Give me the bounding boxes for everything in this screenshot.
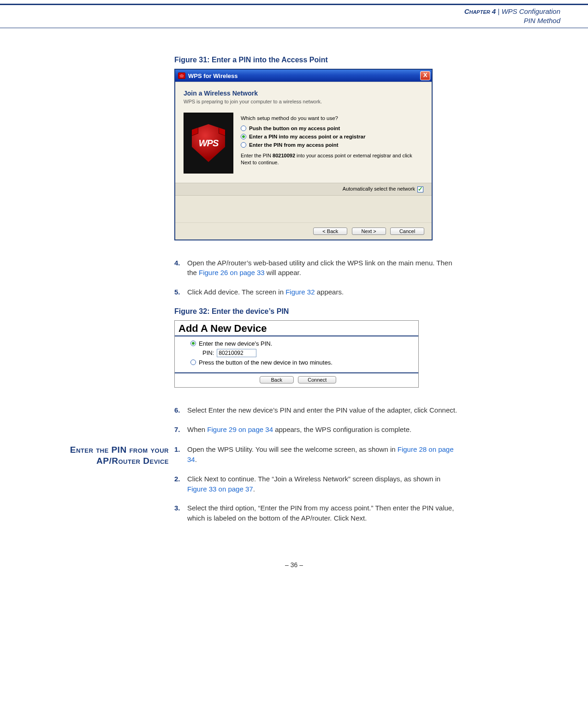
join-subtext: WPS is preparing to join your computer t… xyxy=(184,99,423,104)
xref-link[interactable]: Figure 33 on page 37 xyxy=(187,485,253,493)
close-button[interactable]: X xyxy=(420,71,430,80)
step-number: 1. xyxy=(174,444,187,465)
pin-input-row: PIN: xyxy=(202,349,414,357)
pin-input[interactable] xyxy=(217,349,256,357)
join-heading: Join a Wireless Network xyxy=(184,90,423,97)
step-number: 7. xyxy=(174,425,187,435)
radio-icon xyxy=(241,134,246,139)
auto-select-checkbox[interactable] xyxy=(417,186,423,192)
wps-logo: WPS xyxy=(184,113,233,174)
option-press-button[interactable]: Press the button of the new device in tw… xyxy=(190,359,414,366)
radio-icon xyxy=(190,341,196,346)
step-item: 7. When Figure 29 on page 34 appears, th… xyxy=(174,425,460,435)
chapter-label: Chapter 4 xyxy=(464,7,496,15)
figure-31-caption: Figure 31: Enter a PIN into the Access P… xyxy=(174,56,460,64)
next-button[interactable]: Next > xyxy=(352,228,386,235)
pin-hint: Enter the PIN 80210092 into your access … xyxy=(241,152,423,166)
step-number: 6. xyxy=(174,405,187,415)
figure-32-caption: Figure 32: Enter the device’s PIN xyxy=(174,307,460,316)
xref-link[interactable]: Figure 26 on page 33 xyxy=(199,269,265,276)
step-item: 1. Open the WPS Utility. You will see th… xyxy=(174,444,460,465)
pin-label: PIN: xyxy=(202,349,214,356)
wps-dialog: WPS for Wireless X Join a Wireless Netwo… xyxy=(174,69,433,240)
option-enter-device-pin[interactable]: Enter the new device's PIN. xyxy=(190,340,414,347)
pin-value: 80210092 xyxy=(273,153,295,158)
page-header: Chapter 4 | WPS Configuration PIN Method xyxy=(0,5,588,28)
wps-shield-icon: WPS xyxy=(192,124,225,162)
option-push-button[interactable]: Push the button on my access point xyxy=(241,126,423,131)
option-label: Press the button of the new device in tw… xyxy=(199,359,333,366)
xref-link[interactable]: Figure 29 on page 34 xyxy=(207,425,273,433)
dialog-title: WPS for Wireless xyxy=(188,72,238,79)
add-device-panel: Add A New Device Enter the new device's … xyxy=(174,320,419,388)
steps-list-a: 4. Open the AP/router’s web-based utilit… xyxy=(174,258,460,297)
step-item: 5. Click Add device. The screen in Figur… xyxy=(174,287,460,297)
chapter-tail: WPS Configuration xyxy=(501,7,560,15)
xref-link[interactable]: Figure 32 xyxy=(285,288,315,296)
cancel-button[interactable]: Cancel xyxy=(390,228,424,235)
panel-title: Add A New Device xyxy=(175,321,418,336)
option-enter-pin-from-ap[interactable]: Enter the PIN from my access point xyxy=(241,142,423,148)
option-label: Push the button on my access point xyxy=(249,126,340,131)
chapter-subtitle: PIN Method xyxy=(464,16,560,25)
option-label: Enter the new device's PIN. xyxy=(199,340,272,347)
setup-prompt: Which setup method do you want to use? xyxy=(241,115,423,121)
connect-button[interactable]: Connect xyxy=(298,376,336,383)
back-button[interactable]: < Back xyxy=(313,228,347,235)
dialog-titlebar[interactable]: WPS for Wireless X xyxy=(175,70,432,82)
steps-list-c: 1. Open the WPS Utility. You will see th… xyxy=(174,444,460,523)
radio-icon xyxy=(241,126,246,131)
option-enter-pin-ap[interactable]: Enter a PIN into my access point or a re… xyxy=(241,134,423,139)
header-rule xyxy=(0,28,588,28)
section-heading: Enter the PIN from your AP/Router Device xyxy=(28,444,169,467)
chapter-sep: | xyxy=(496,7,501,15)
radio-icon xyxy=(241,142,246,148)
page-number: – 36 – xyxy=(0,561,588,569)
step-number: 3. xyxy=(174,503,187,523)
step-item: 4. Open the AP/router’s web-based utilit… xyxy=(174,258,460,278)
step-number: 4. xyxy=(174,258,187,278)
steps-list-b: 6. Select Enter the new device’s PIN and… xyxy=(174,405,460,435)
step-number: 5. xyxy=(174,287,187,297)
option-label: Enter the PIN from my access point xyxy=(249,142,339,148)
auto-select-row: Automatically select the network xyxy=(175,183,432,196)
wps-app-icon xyxy=(178,72,185,79)
step-item: 2. Click Next to continue. The “Join a W… xyxy=(174,474,460,494)
dialog-button-row: < Back Next > Cancel xyxy=(175,222,432,240)
auto-select-label: Automatically select the network xyxy=(343,186,415,192)
option-label: Enter a PIN into my access point or a re… xyxy=(249,134,365,139)
step-number: 2. xyxy=(174,474,187,494)
panel-button-row: Back Connect xyxy=(175,372,418,387)
step-item: 3. Select the third option, “Enter the P… xyxy=(174,503,460,523)
back-button[interactable]: Back xyxy=(260,376,294,383)
radio-icon xyxy=(190,359,196,365)
step-item: 6. Select Enter the new device’s PIN and… xyxy=(174,405,460,415)
